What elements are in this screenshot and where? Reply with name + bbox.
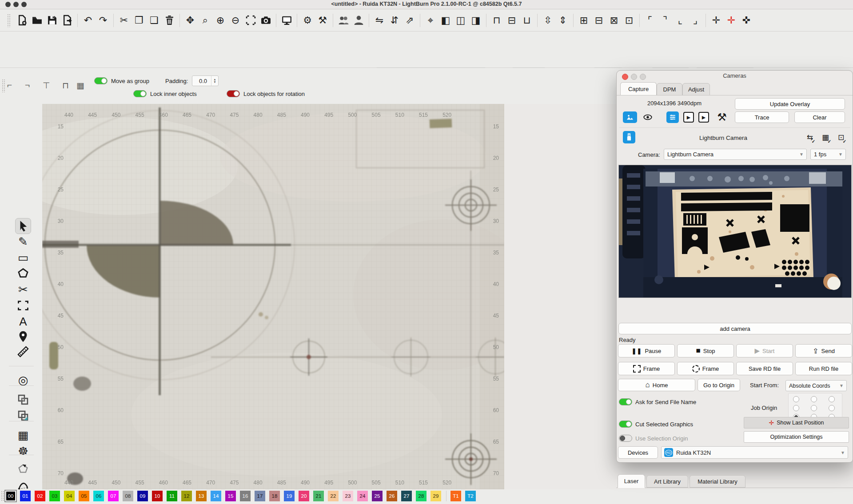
preview-icon[interactable] <box>279 13 294 28</box>
palette-color-06[interactable]: 06 <box>93 491 104 501</box>
push-apart-v-icon[interactable]: ¬ <box>25 80 30 90</box>
goto-origin-button[interactable]: Go to Origin <box>698 379 740 391</box>
save-file-icon[interactable] <box>44 13 60 28</box>
palette-color-05[interactable]: 05 <box>79 491 89 501</box>
show-last-position-button[interactable]: ✛Show Last Position <box>744 417 849 429</box>
palette-color-28[interactable]: 28 <box>416 491 426 501</box>
show-image-icon[interactable] <box>623 111 637 123</box>
palette-color-26[interactable]: 26 <box>387 491 397 501</box>
move-corner-tl-icon[interactable]: ⌜ <box>642 13 658 28</box>
align-right-icon[interactable]: ◨ <box>468 13 483 28</box>
tool-grid-array[interactable]: ▦ <box>15 427 31 443</box>
tool-select[interactable] <box>15 218 31 234</box>
palette-color-04[interactable]: 04 <box>64 491 75 501</box>
camera-select[interactable]: Lightburn Camera▼ <box>664 149 807 160</box>
save-rd-file-button[interactable]: Save RD file <box>736 362 793 375</box>
skew-icon[interactable]: ⇗ <box>402 13 417 28</box>
camera-overlay-icon[interactable]: ⊡✓ <box>838 133 844 142</box>
pan-icon[interactable]: ✥ <box>183 13 198 28</box>
tab-dpm[interactable]: DPM <box>657 83 682 95</box>
camera-grid-icon[interactable]: ▦✓ <box>822 133 829 142</box>
play-loop-icon[interactable]: ▶ <box>698 112 709 123</box>
job-origin-radio-2[interactable] <box>829 396 835 402</box>
usb-camera-icon[interactable] <box>623 131 635 143</box>
palette-color-01[interactable]: 01 <box>20 491 31 501</box>
palette-color-02[interactable]: 02 <box>35 491 45 501</box>
new-file-icon[interactable] <box>14 13 29 28</box>
palette-color-25[interactable]: 25 <box>372 491 383 501</box>
palette-color-07[interactable]: 07 <box>108 491 119 501</box>
palette-color-13[interactable]: 13 <box>196 491 207 501</box>
paste-icon[interactable]: ❏ <box>147 13 162 28</box>
tool-text[interactable]: A <box>15 314 31 329</box>
job-origin-radio-4[interactable] <box>811 405 817 411</box>
tool-weld-shapes[interactable] <box>15 392 31 408</box>
ungroup-icon[interactable] <box>351 13 366 28</box>
align-middle-icon[interactable]: ⊟ <box>504 13 519 28</box>
palette-color-18[interactable]: 18 <box>269 491 280 501</box>
distribute-right-icon[interactable]: ⊡ <box>622 13 637 28</box>
visibility-eye-icon[interactable] <box>642 111 654 123</box>
device-select[interactable]: RD Ruida KT32N▼ <box>661 446 848 459</box>
cut-icon[interactable]: ✂ <box>116 13 132 28</box>
toolbar-drag-handle[interactable] <box>2 79 5 92</box>
move-as-group-toggle[interactable] <box>94 77 108 84</box>
dock-shape-icon[interactable]: ⊓ <box>62 80 69 91</box>
palette-color-09[interactable]: 09 <box>137 491 148 501</box>
frame-rubber-button[interactable]: Frame <box>677 362 734 375</box>
move-relative-icon[interactable]: ✜ <box>739 13 754 28</box>
settings-icon[interactable]: ⚙ <box>300 13 315 28</box>
align-left-icon[interactable]: ◧ <box>438 13 453 28</box>
palette-color-14[interactable]: 14 <box>211 491 221 501</box>
palette-color-08[interactable]: 08 <box>123 491 133 501</box>
open-file-icon[interactable] <box>29 13 44 28</box>
tab-art-library[interactable]: Art Library <box>646 475 688 488</box>
align-top-icon[interactable]: ⊓ <box>489 13 504 28</box>
palette-color-T1[interactable]: T1 <box>450 491 461 501</box>
array-grid-icon[interactable]: ▦ <box>76 80 84 91</box>
move-laser-here-icon[interactable]: ✛ <box>724 13 739 28</box>
frame-rect-button[interactable]: Frame <box>618 362 675 375</box>
tool-draw-lines[interactable]: ✎ <box>15 234 31 250</box>
frame-selection-icon[interactable] <box>243 13 258 28</box>
ask-send-file-name-toggle[interactable] <box>619 398 632 405</box>
distribute-v-icon[interactable]: ⊟ <box>591 13 606 28</box>
lock-inner-objects-toggle[interactable] <box>133 90 147 97</box>
copy-icon[interactable]: ❐ <box>132 13 147 28</box>
toolbar-drag-handle[interactable] <box>7 14 11 27</box>
palette-color-11[interactable]: 11 <box>167 491 177 501</box>
job-origin-radio-1[interactable] <box>811 396 817 402</box>
fps-select[interactable]: 1 fps▼ <box>810 149 846 160</box>
palette-color-00[interactable]: 00 <box>5 491 16 501</box>
overlay-settings-icon[interactable] <box>666 111 679 123</box>
zoom-to-page-icon[interactable]: ⌕ <box>198 13 213 28</box>
camera-capture-icon[interactable] <box>258 13 273 28</box>
move-corner-br-icon[interactable]: ⌟ <box>688 13 703 28</box>
redo-icon[interactable]: ↷ <box>96 13 111 28</box>
clear-button[interactable]: Clear <box>794 111 845 123</box>
set-origin-icon[interactable]: ⌖ <box>423 13 438 28</box>
tool-position-pin[interactable] <box>15 329 31 345</box>
job-origin-radio-3[interactable] <box>793 405 799 411</box>
tool-shape-rotate[interactable] <box>15 461 31 477</box>
import-file-icon[interactable] <box>60 13 75 28</box>
palette-color-10[interactable]: 10 <box>152 491 163 501</box>
play-once-icon[interactable]: ▶ <box>683 112 694 123</box>
flip-horizontal-icon[interactable]: ⇋ <box>372 13 387 28</box>
flip-vertical-icon[interactable]: ⇵ <box>387 13 402 28</box>
home-button[interactable]: ⌂Home <box>618 379 695 391</box>
same-height-icon[interactable]: ⇕ <box>555 13 570 28</box>
palette-color-16[interactable]: 16 <box>240 491 251 501</box>
workspace-canvas[interactable]: 4404404454454504504554554604604654654704… <box>42 104 504 489</box>
undo-icon[interactable]: ↶ <box>80 13 96 28</box>
same-width-icon[interactable]: ⇳ <box>540 13 555 28</box>
palette-color-22[interactable]: 22 <box>328 491 339 501</box>
tool-circular-array[interactable]: ☸ <box>15 443 31 459</box>
palette-drag-handle[interactable] <box>1 491 4 501</box>
palette-color-27[interactable]: 27 <box>401 491 412 501</box>
add-camera-button[interactable]: add camera <box>618 323 852 334</box>
tab-adjust[interactable]: Adjust <box>682 83 710 95</box>
palette-color-15[interactable]: 15 <box>225 491 236 501</box>
palette-color-03[interactable]: 03 <box>49 491 60 501</box>
group-icon[interactable] <box>336 13 351 28</box>
